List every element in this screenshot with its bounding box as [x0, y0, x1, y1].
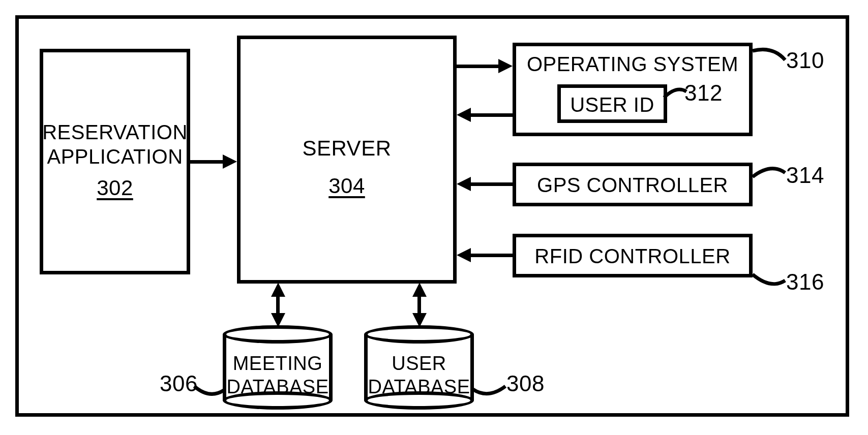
meeting-database: MEETING DATABASE [223, 325, 333, 410]
leader-310 [747, 46, 788, 76]
arrow-server-meetingdb-down [271, 313, 285, 327]
ref-310: 310 [786, 48, 824, 73]
leader-308 [470, 376, 508, 401]
arrow-reservation-to-server-line [190, 160, 224, 164]
ref-316: 316 [786, 269, 824, 295]
leader-306 [192, 376, 226, 401]
server-label: SERVER [237, 136, 457, 161]
diagram-stage: RESERVATION APPLICATION 302 SERVER 304 O… [0, 0, 868, 435]
user-database: USER DATABASE [364, 325, 474, 410]
reservation-application-label-1: RESERVATION [40, 121, 190, 144]
ref-312: 312 [684, 80, 723, 106]
arrow-server-to-os-head [498, 59, 513, 73]
arrow-rfid-to-server-line [470, 254, 513, 257]
arrow-server-meetingdb-line [276, 295, 280, 315]
server-ref: 304 [237, 174, 457, 198]
arrow-gps-to-server-line [470, 182, 513, 186]
arrow-rfid-to-server-head [457, 248, 471, 262]
meeting-database-label-1: MEETING [223, 353, 333, 375]
user-database-label-2: DATABASE [364, 376, 474, 398]
gps-controller-label: GPS CONTROLLER [513, 174, 753, 197]
reservation-application-ref: 302 [40, 176, 190, 200]
leader-316 [749, 268, 788, 294]
user-id-label: USER ID [557, 94, 667, 116]
arrow-reservation-to-server-head [223, 154, 237, 169]
arrow-server-meetingdb-up [271, 283, 285, 297]
meeting-database-label-2: DATABASE [223, 376, 333, 398]
operating-system-label: OPERATING SYSTEM [513, 53, 753, 76]
arrow-gps-to-server-head [457, 177, 471, 191]
arrow-server-userdb-down [412, 313, 427, 327]
ref-314: 314 [786, 163, 824, 188]
arrow-server-userdb-up [412, 283, 427, 297]
user-database-label-1: USER [364, 353, 474, 375]
rfid-controller-label: RFID CONTROLLER [513, 245, 753, 268]
leader-314 [749, 161, 788, 186]
arrow-os-to-server-line [470, 113, 513, 117]
arrow-server-to-os-line [457, 65, 499, 68]
leader-312 [661, 82, 690, 103]
arrow-server-userdb-line [417, 295, 421, 315]
reservation-application-label-2: APPLICATION [40, 145, 190, 168]
arrow-os-to-server-head [457, 108, 471, 122]
ref-308: 308 [506, 371, 545, 396]
